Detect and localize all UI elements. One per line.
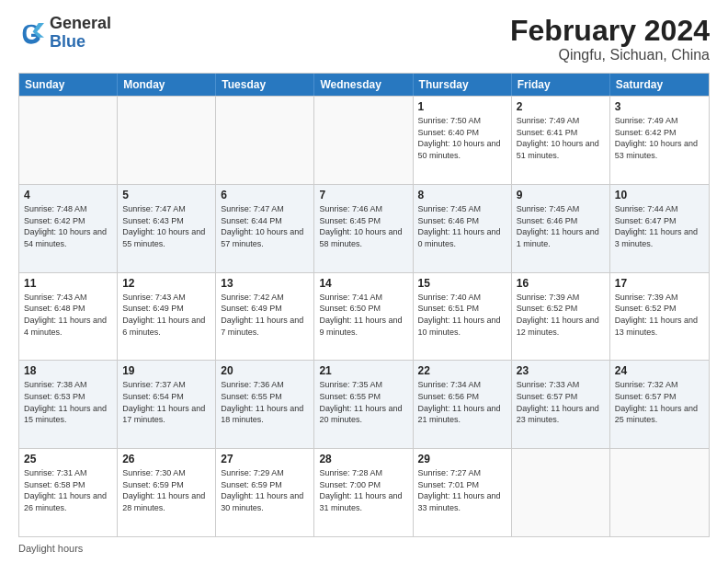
logo-icon (18, 20, 44, 46)
calendar-cell: 26Sunrise: 7:30 AM Sunset: 6:59 PM Dayli… (118, 449, 216, 536)
calendar-header: SundayMondayTuesdayWednesdayThursdayFrid… (19, 74, 709, 96)
calendar-cell: 21Sunrise: 7:35 AM Sunset: 6:55 PM Dayli… (314, 361, 413, 448)
calendar-cell: 9Sunrise: 7:45 AM Sunset: 6:46 PM Daylig… (512, 185, 610, 272)
day-info: Sunrise: 7:35 AM Sunset: 6:55 PM Dayligh… (319, 379, 407, 425)
day-info: Sunrise: 7:33 AM Sunset: 6:57 PM Dayligh… (517, 379, 605, 425)
day-info: Sunrise: 7:43 AM Sunset: 6:49 PM Dayligh… (122, 292, 210, 338)
day-info: Sunrise: 7:31 AM Sunset: 6:58 PM Dayligh… (24, 467, 112, 513)
calendar-cell: 19Sunrise: 7:37 AM Sunset: 6:54 PM Dayli… (118, 361, 216, 448)
logo: General Blue (18, 15, 111, 52)
calendar-cell: 20Sunrise: 7:36 AM Sunset: 6:55 PM Dayli… (216, 361, 314, 448)
calendar-cell: 8Sunrise: 7:45 AM Sunset: 6:46 PM Daylig… (414, 185, 512, 272)
location-title: Qingfu, Sichuan, China (510, 47, 710, 63)
calendar-cell: 14Sunrise: 7:41 AM Sunset: 6:50 PM Dayli… (314, 273, 413, 361)
day-info: Sunrise: 7:39 AM Sunset: 6:52 PM Dayligh… (517, 292, 605, 338)
day-info: Sunrise: 7:32 AM Sunset: 6:57 PM Dayligh… (615, 379, 704, 425)
day-number: 9 (517, 189, 605, 201)
month-title: February 2024 (510, 15, 710, 47)
day-number: 17 (615, 277, 704, 290)
day-number: 27 (221, 453, 309, 465)
day-number: 18 (24, 364, 112, 377)
footer-note: Daylight hours (18, 543, 710, 554)
calendar-cell: 24Sunrise: 7:32 AM Sunset: 6:57 PM Dayli… (610, 361, 709, 448)
day-info: Sunrise: 7:42 AM Sunset: 6:49 PM Dayligh… (221, 292, 309, 338)
day-number: 19 (122, 364, 210, 377)
day-info: Sunrise: 7:34 AM Sunset: 6:56 PM Dayligh… (418, 379, 506, 425)
weekday-header: Thursday (414, 74, 512, 96)
day-info: Sunrise: 7:47 AM Sunset: 6:43 PM Dayligh… (122, 203, 210, 249)
weekday-header: Wednesday (314, 74, 413, 96)
day-info: Sunrise: 7:28 AM Sunset: 7:00 PM Dayligh… (319, 467, 407, 513)
calendar-cell: 17Sunrise: 7:39 AM Sunset: 6:52 PM Dayli… (610, 273, 709, 361)
day-info: Sunrise: 7:30 AM Sunset: 6:59 PM Dayligh… (122, 467, 210, 513)
day-number: 13 (221, 277, 309, 290)
day-info: Sunrise: 7:37 AM Sunset: 6:54 PM Dayligh… (122, 379, 210, 425)
calendar-cell: 23Sunrise: 7:33 AM Sunset: 6:57 PM Dayli… (512, 361, 610, 448)
day-number: 11 (24, 277, 112, 290)
weekday-header: Friday (512, 74, 610, 96)
calendar-cell: 10Sunrise: 7:44 AM Sunset: 6:47 PM Dayli… (610, 185, 709, 272)
day-number: 12 (122, 277, 210, 290)
day-info: Sunrise: 7:38 AM Sunset: 6:53 PM Dayligh… (24, 379, 112, 425)
day-number: 3 (615, 100, 704, 113)
logo-text: General Blue (50, 15, 111, 52)
calendar-cell: 7Sunrise: 7:46 AM Sunset: 6:45 PM Daylig… (314, 185, 413, 272)
day-number: 23 (517, 364, 605, 377)
calendar: SundayMondayTuesdayWednesdayThursdayFrid… (18, 73, 710, 537)
calendar-cell (512, 449, 610, 536)
calendar-cell (118, 97, 216, 184)
day-number: 7 (319, 189, 407, 201)
day-info: Sunrise: 7:50 AM Sunset: 6:40 PM Dayligh… (418, 115, 506, 161)
day-number: 26 (122, 453, 210, 465)
calendar-cell: 6Sunrise: 7:47 AM Sunset: 6:44 PM Daylig… (216, 185, 314, 272)
day-info: Sunrise: 7:44 AM Sunset: 6:47 PM Dayligh… (615, 203, 704, 249)
page: General Blue February 2024 Qingfu, Sichu… (0, 0, 728, 563)
calendar-cell: 27Sunrise: 7:29 AM Sunset: 6:59 PM Dayli… (216, 449, 314, 536)
calendar-cell: 29Sunrise: 7:27 AM Sunset: 7:01 PM Dayli… (414, 449, 512, 536)
calendar-cell: 16Sunrise: 7:39 AM Sunset: 6:52 PM Dayli… (512, 273, 610, 361)
day-info: Sunrise: 7:43 AM Sunset: 6:48 PM Dayligh… (24, 292, 112, 338)
day-number: 10 (615, 189, 704, 201)
day-number: 4 (24, 189, 112, 201)
weekday-header: Saturday (610, 74, 709, 96)
day-info: Sunrise: 7:49 AM Sunset: 6:41 PM Dayligh… (517, 115, 605, 161)
day-number: 5 (122, 189, 210, 201)
day-info: Sunrise: 7:45 AM Sunset: 6:46 PM Dayligh… (418, 203, 506, 249)
day-number: 28 (319, 453, 407, 465)
calendar-cell: 3Sunrise: 7:49 AM Sunset: 6:42 PM Daylig… (610, 97, 709, 184)
calendar-row: 11Sunrise: 7:43 AM Sunset: 6:48 PM Dayli… (19, 272, 709, 361)
day-info: Sunrise: 7:45 AM Sunset: 6:46 PM Dayligh… (517, 203, 605, 249)
calendar-cell: 13Sunrise: 7:42 AM Sunset: 6:49 PM Dayli… (216, 273, 314, 361)
calendar-body: 1Sunrise: 7:50 AM Sunset: 6:40 PM Daylig… (19, 96, 709, 536)
calendar-cell: 25Sunrise: 7:31 AM Sunset: 6:58 PM Dayli… (19, 449, 118, 536)
calendar-cell: 15Sunrise: 7:40 AM Sunset: 6:51 PM Dayli… (414, 273, 512, 361)
calendar-cell: 22Sunrise: 7:34 AM Sunset: 6:56 PM Dayli… (414, 361, 512, 448)
weekday-header: Sunday (19, 74, 118, 96)
day-number: 6 (221, 189, 309, 201)
day-number: 21 (319, 364, 407, 377)
day-number: 24 (615, 364, 704, 377)
calendar-cell (610, 449, 709, 536)
day-info: Sunrise: 7:39 AM Sunset: 6:52 PM Dayligh… (615, 292, 704, 338)
day-number: 25 (24, 453, 112, 465)
calendar-cell: 18Sunrise: 7:38 AM Sunset: 6:53 PM Dayli… (19, 361, 118, 448)
calendar-row: 18Sunrise: 7:38 AM Sunset: 6:53 PM Dayli… (19, 360, 709, 448)
day-info: Sunrise: 7:48 AM Sunset: 6:42 PM Dayligh… (24, 203, 112, 249)
day-number: 14 (319, 277, 407, 290)
day-info: Sunrise: 7:36 AM Sunset: 6:55 PM Dayligh… (221, 379, 309, 425)
day-info: Sunrise: 7:41 AM Sunset: 6:50 PM Dayligh… (319, 292, 407, 338)
day-number: 2 (517, 100, 605, 113)
day-number: 1 (418, 100, 506, 113)
day-number: 29 (418, 453, 506, 465)
calendar-cell (314, 97, 413, 184)
calendar-cell: 28Sunrise: 7:28 AM Sunset: 7:00 PM Dayli… (314, 449, 413, 536)
calendar-cell: 4Sunrise: 7:48 AM Sunset: 6:42 PM Daylig… (19, 185, 118, 272)
calendar-cell: 1Sunrise: 7:50 AM Sunset: 6:40 PM Daylig… (414, 97, 512, 184)
calendar-cell (216, 97, 314, 184)
day-info: Sunrise: 7:29 AM Sunset: 6:59 PM Dayligh… (221, 467, 309, 513)
calendar-cell (19, 97, 118, 184)
calendar-row: 4Sunrise: 7:48 AM Sunset: 6:42 PM Daylig… (19, 184, 709, 272)
day-info: Sunrise: 7:27 AM Sunset: 7:01 PM Dayligh… (418, 467, 506, 513)
calendar-cell: 5Sunrise: 7:47 AM Sunset: 6:43 PM Daylig… (118, 185, 216, 272)
day-number: 22 (418, 364, 506, 377)
